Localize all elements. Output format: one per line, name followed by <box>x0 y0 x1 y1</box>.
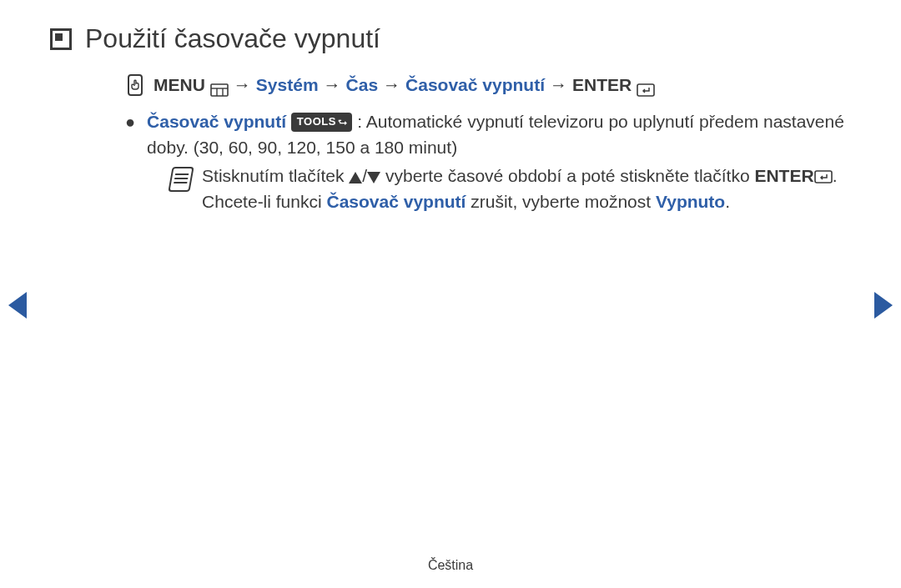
breadcrumb-item: Systém <box>256 73 319 98</box>
nav-next-icon[interactable] <box>874 292 893 319</box>
section-icon <box>50 28 72 50</box>
note-icon <box>168 167 194 192</box>
feature-name-inline: Časovač vypnutí <box>326 192 466 211</box>
arrow-separator: → <box>324 73 341 98</box>
footer-language: Čeština <box>0 558 901 573</box>
bullet-item: ● Časovač vypnutí TOOLS⮑ : Automatické v… <box>125 109 851 214</box>
arrow-separator: → <box>550 73 567 98</box>
enter-icon <box>637 78 655 92</box>
note-row: Stisknutím tlačítek / vyberte časové obd… <box>170 163 851 214</box>
nav-prev-icon[interactable] <box>8 292 27 319</box>
breadcrumb: MENU → Systém → Čas → Časovač vypnutí → … <box>125 73 851 98</box>
enter-label: ENTER <box>754 166 813 185</box>
note-text: Stisknutím tlačítek / vyberte časové obd… <box>202 163 851 214</box>
arrow-separator: → <box>383 73 400 98</box>
breadcrumb-item: Čas <box>346 73 379 98</box>
off-option: Vypnuto <box>656 192 725 211</box>
svg-rect-5 <box>637 84 654 96</box>
menu-label: MENU <box>154 73 205 98</box>
hand-icon <box>125 73 145 97</box>
triangle-down-icon <box>367 172 380 183</box>
svg-rect-6 <box>815 171 832 183</box>
triangle-up-icon <box>349 172 362 183</box>
svg-rect-1 <box>211 84 228 96</box>
bullet-dot: ● <box>125 109 135 214</box>
page-title: Použití časovače vypnutí <box>85 23 380 54</box>
bullet-content: Časovač vypnutí TOOLS⮑ : Automatické vyp… <box>147 109 851 214</box>
enter-icon <box>814 165 833 178</box>
title-row: Použití časovače vypnutí <box>50 23 851 54</box>
tools-badge: TOOLS⮑ <box>291 113 353 132</box>
breadcrumb-item: Časovač vypnutí <box>405 73 545 98</box>
feature-name: Časovač vypnutí <box>147 112 286 131</box>
menu-icon <box>210 78 229 92</box>
enter-label: ENTER <box>572 73 632 98</box>
svg-rect-0 <box>128 75 142 95</box>
arrow-separator: → <box>234 73 251 98</box>
